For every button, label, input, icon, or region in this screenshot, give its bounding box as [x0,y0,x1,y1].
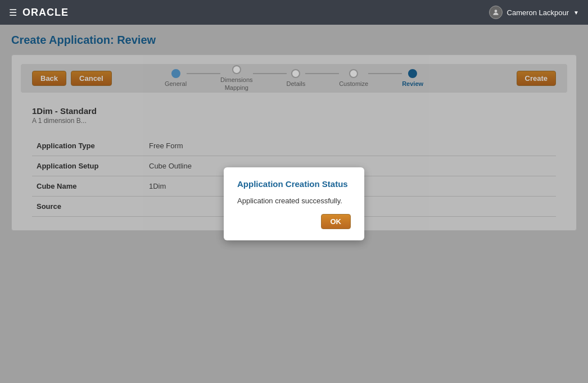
user-dropdown-icon: ▼ [573,10,579,16]
modal-title: Application Creation Status [237,179,351,190]
user-name: Cameron Lackpour [507,8,569,17]
user-avatar [489,6,503,19]
ok-button[interactable]: OK [321,214,351,229]
modal-box: Application Creation Status Application … [224,167,364,240]
modal-actions: OK [237,214,351,229]
navbar-left: ☰ ORACLE [9,7,69,19]
svg-point-0 [494,10,497,12]
hamburger-icon[interactable]: ☰ [9,7,17,18]
modal-message: Application created successfully. [237,197,351,205]
top-navbar: ☰ ORACLE Cameron Lackpour ▼ [0,0,588,25]
user-menu[interactable]: Cameron Lackpour ▼ [489,6,579,19]
oracle-logo: ORACLE [22,7,69,19]
user-icon [492,8,500,16]
modal-overlay: Application Creation Status Application … [0,25,588,383]
